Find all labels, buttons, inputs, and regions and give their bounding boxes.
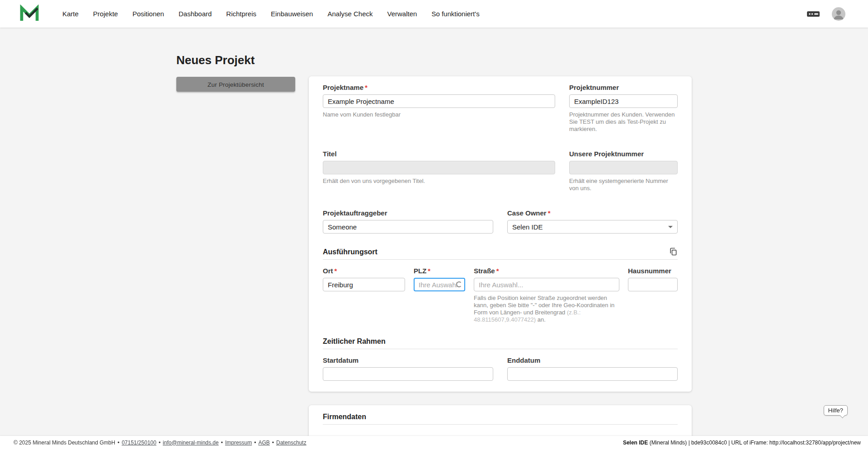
case-owner-selected-value: Selen IDE (512, 223, 543, 231)
section-zeitlicher-rahmen: Zeitlicher Rahmen (323, 337, 678, 349)
footer-link-phone[interactable]: 07151/250100 (122, 440, 156, 446)
footer-separator: • (254, 440, 256, 446)
help-button[interactable]: Hilfe? (824, 405, 848, 416)
row-titel-unsere-projektnummer: Titel Erhält den von uns vorgegebenen Ti… (323, 150, 678, 192)
required-asterisk: * (428, 267, 430, 275)
main-navigation: Karte Projekte Positionen Dashboard Rich… (62, 10, 807, 18)
ort-input[interactable] (323, 278, 405, 291)
plz-input-wrap (414, 278, 465, 291)
field-projektauftraggeber: Projektauftraggeber (323, 209, 493, 234)
field-projektname: Projektname* Name vom Kunden festlegbar (323, 84, 555, 133)
required-asterisk: * (496, 267, 499, 275)
footer-link-email[interactable]: info@mineral-minds.de (163, 440, 219, 446)
project-form-card: Projektname* Name vom Kunden festlegbar … (309, 76, 692, 392)
titel-helper: Erhält den von uns vorgegebenen Titel. (323, 178, 555, 185)
strasse-input[interactable] (474, 278, 619, 291)
strasse-label-text: Straße (474, 267, 495, 275)
footer-link-agb[interactable]: AGB (258, 440, 269, 446)
server-icon[interactable] (807, 9, 820, 19)
zeitlicher-rahmen-heading: Zeitlicher Rahmen (323, 337, 386, 346)
nav-item-dashboard[interactable]: Dashboard (179, 10, 212, 18)
ausfuehrungsort-heading: Ausführungsort (323, 248, 377, 256)
nav-item-projekte[interactable]: Projekte (93, 10, 118, 18)
projektname-helper: Name vom Kunden festlegbar (323, 111, 555, 118)
strasse-helper: Falls die Position keiner Straße zugeord… (474, 295, 619, 323)
footer-session-info: Selen IDE (Mineral Minds) | bde93c0084c0… (623, 440, 861, 446)
chevron-down-icon (668, 226, 673, 228)
field-unsere-projektnummer: Unsere Projektnummer Erhält eine systemg… (569, 150, 678, 192)
required-asterisk: * (548, 209, 551, 217)
loading-spinner (456, 281, 462, 287)
projektnummer-helper: Projektnummer des Kunden. Verwenden Sie … (569, 111, 678, 133)
enddatum-label: Enddatum (507, 356, 678, 365)
unsere-projektnummer-label: Unsere Projektnummer (569, 150, 678, 158)
footer-separator: • (118, 440, 119, 446)
field-strasse: Straße* Falls die Position keiner Straße… (474, 267, 619, 323)
footer-session-details: (Mineral Minds) | bde93c0084c0 | URL of … (648, 440, 861, 446)
right-column: Projektname* Name vom Kunden festlegbar … (309, 76, 692, 449)
projektnummer-input[interactable] (569, 94, 678, 108)
hausnummer-input[interactable] (628, 278, 678, 291)
field-titel: Titel Erhält den von uns vorgegebenen Ti… (323, 150, 555, 192)
required-asterisk: * (365, 84, 368, 91)
brand-logo[interactable] (20, 5, 39, 23)
footer-separator: • (159, 440, 160, 446)
unsere-projektnummer-input (569, 161, 678, 174)
case-owner-label: Case Owner* (507, 209, 678, 217)
row-projektname-projektnummer: Projektname* Name vom Kunden festlegbar … (323, 84, 678, 133)
field-hausnummer: Hausnummer (628, 267, 678, 323)
startdatum-input[interactable] (323, 367, 493, 381)
user-avatar[interactable] (832, 7, 845, 21)
nav-item-karte[interactable]: Karte (62, 10, 79, 18)
section-ausfuehrungsort: Ausführungsort (323, 247, 678, 260)
page-content: Neues Projekt Zur Projektübersicht Proje… (176, 28, 692, 449)
field-ort: Ort* (323, 267, 405, 323)
row-adresse: Ort* PLZ* Straße* (323, 267, 678, 323)
strasse-label: Straße* (474, 267, 619, 275)
nav-item-verwalten[interactable]: Verwalten (387, 10, 417, 18)
enddatum-input[interactable] (507, 367, 678, 381)
copyright-text: © 2025 Mineral Minds Deutschland GmbH (14, 440, 115, 446)
projektauftraggeber-input[interactable] (323, 220, 493, 234)
row-auftraggeber-caseowner: Projektauftraggeber Case Owner* Selen ID… (323, 209, 678, 234)
copy-icon[interactable] (669, 247, 678, 256)
ort-label-text: Ort (323, 267, 333, 275)
mineral-minds-logo-icon (20, 5, 39, 23)
field-startdatum: Startdatum (323, 356, 493, 381)
case-owner-select[interactable]: Selen IDE (507, 220, 678, 234)
firmendaten-heading: Firmendaten (323, 412, 366, 421)
projektname-label: Projektname* (323, 84, 555, 92)
hausnummer-label: Hausnummer (628, 267, 678, 275)
field-plz: PLZ* (414, 267, 465, 323)
titel-label: Titel (323, 150, 555, 158)
plz-label: PLZ* (414, 267, 465, 275)
strasse-helper-end: an. (536, 316, 546, 323)
page-title: Neues Projekt (176, 53, 295, 67)
footer-separator: • (221, 440, 223, 446)
projektname-input[interactable] (323, 94, 555, 108)
strasse-helper-main: Falls die Position keiner Straße zugeord… (474, 295, 614, 316)
section-firmendaten: Firmendaten (323, 412, 678, 425)
ort-label: Ort* (323, 267, 405, 275)
left-column: Neues Projekt Zur Projektübersicht (176, 53, 295, 92)
field-enddatum: Enddatum (507, 356, 678, 381)
nav-item-positionen[interactable]: Positionen (132, 10, 164, 18)
nav-item-so-funktionierts[interactable]: So funktioniert's (431, 10, 479, 18)
nav-item-einbauweisen[interactable]: Einbauweisen (271, 10, 313, 18)
footer-link-datenschutz[interactable]: Datenschutz (276, 440, 307, 446)
nav-item-richtpreis[interactable]: Richtpreis (226, 10, 256, 18)
plz-label-text: PLZ (414, 267, 426, 275)
titel-input (323, 161, 555, 174)
nav-item-analyse-check[interactable]: Analyse Check (327, 10, 373, 18)
footer-link-impressum[interactable]: Impressum (225, 440, 252, 446)
projects-overview-button[interactable]: Zur Projektübersicht (176, 77, 295, 92)
row-datum: Startdatum Enddatum (323, 356, 678, 381)
projektnummer-label: Projektnummer (569, 84, 678, 92)
field-projektnummer: Projektnummer Projektnummer des Kunden. … (569, 84, 678, 133)
top-navbar: Karte Projekte Positionen Dashboard Rich… (0, 0, 868, 28)
startdatum-label: Startdatum (323, 356, 493, 365)
projektname-label-text: Projektname (323, 84, 363, 91)
navbar-actions (807, 7, 845, 21)
footer-separator: • (272, 440, 274, 446)
footer: © 2025 Mineral Minds Deutschland GmbH • … (0, 436, 868, 449)
